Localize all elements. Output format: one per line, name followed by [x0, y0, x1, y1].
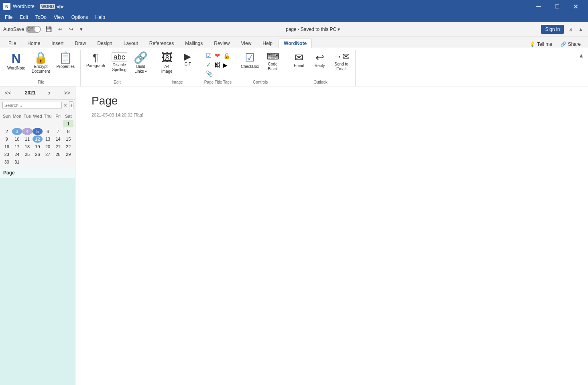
- cal-day-16[interactable]: 16: [2, 143, 12, 150]
- focus-view-button[interactable]: ⊡: [566, 25, 574, 33]
- image-tag[interactable]: 🖼: [214, 61, 221, 69]
- cal-day-19[interactable]: 19: [33, 143, 43, 150]
- lock-tag[interactable]: 🔒: [222, 52, 231, 59]
- cal-day-21[interactable]: 21: [53, 143, 63, 150]
- share-button[interactable]: 🔗 Share: [558, 41, 583, 48]
- menu-todo[interactable]: ToDo: [32, 14, 50, 21]
- tell-me-button[interactable]: 💡 Tell me: [527, 41, 555, 48]
- cal-day-25[interactable]: 25: [22, 151, 33, 158]
- minimize-button[interactable]: ─: [529, 0, 548, 13]
- cal-day-17[interactable]: 17: [12, 143, 22, 150]
- undo-button[interactable]: ↩: [56, 25, 65, 33]
- checkbox-tag[interactable]: ☑: [205, 51, 212, 60]
- video-tag[interactable]: ▶: [222, 61, 228, 69]
- menu-help[interactable]: Help: [92, 14, 108, 21]
- email-button[interactable]: ✉ Email: [289, 51, 309, 69]
- worднote-button[interactable]: N WordNote: [5, 51, 28, 72]
- menubar: File Edit ToDo View Options Help: [0, 13, 588, 22]
- tab-design[interactable]: Design: [92, 39, 117, 48]
- paragraph-button[interactable]: ¶ Paragraph: [84, 51, 108, 69]
- cal-day-11[interactable]: 11: [22, 135, 33, 143]
- tab-layout[interactable]: Layout: [118, 39, 143, 48]
- tab-mailings[interactable]: Mailings: [180, 39, 208, 48]
- dow-fri: Fri: [53, 113, 63, 119]
- send-to-email-button[interactable]: →✉ Send toEmail: [331, 51, 352, 72]
- close-button[interactable]: ✕: [566, 0, 585, 13]
- tab-help[interactable]: Help: [257, 39, 278, 48]
- checkbox-button[interactable]: ☑ CheckBox: [238, 51, 262, 70]
- redo-button[interactable]: ↪: [67, 25, 75, 33]
- add-note-button[interactable]: +: [69, 101, 73, 109]
- tab-draw[interactable]: Draw: [69, 39, 91, 48]
- cal-day-26[interactable]: 26: [33, 151, 43, 158]
- cal-day-24[interactable]: 24: [12, 151, 22, 158]
- ribbon-group-outlook-label: Outlook: [313, 79, 327, 86]
- a4-image-button[interactable]: 🖼 A4Image: [157, 51, 177, 75]
- cal-day-27[interactable]: 27: [43, 151, 53, 158]
- attach-tag[interactable]: 📎: [205, 70, 214, 77]
- tab-insert[interactable]: Insert: [46, 39, 69, 48]
- calendar-month: 5: [47, 90, 50, 96]
- cal-day-3[interactable]: 3: [12, 128, 22, 135]
- cal-day-14[interactable]: 14: [53, 135, 63, 143]
- cal-day-8[interactable]: 8: [63, 128, 73, 135]
- cal-day-22[interactable]: 22: [63, 143, 73, 150]
- document-area[interactable]: Page 2021-05-03 14:20:02 [Tag]: [75, 86, 588, 385]
- cal-day-10[interactable]: 10: [12, 135, 22, 143]
- cal-day-2[interactable]: 2: [2, 128, 12, 135]
- cal-day-29[interactable]: 29: [63, 151, 73, 158]
- maximize-button[interactable]: □: [548, 0, 566, 13]
- cal-day-6[interactable]: 6: [43, 128, 53, 135]
- cal-day-1[interactable]: 1: [63, 120, 73, 127]
- menu-options[interactable]: Options: [68, 14, 91, 21]
- cal-day-20[interactable]: 20: [43, 143, 53, 150]
- build-links-button[interactable]: 🔗 BuildLinks ▾: [131, 51, 151, 75]
- sign-in-button[interactable]: Sign in: [541, 25, 564, 34]
- ribbon-group-controls-content: ☑ CheckBox ⌨ CodeBlock: [238, 50, 283, 79]
- cal-day-7[interactable]: 7: [53, 128, 63, 135]
- code-block-button[interactable]: ⌨ CodeBlock: [263, 51, 283, 72]
- word-badge: WORD: [40, 4, 55, 9]
- cal-day-31[interactable]: 31: [12, 158, 22, 166]
- cal-day-30[interactable]: 30: [2, 158, 12, 166]
- search-clear-button[interactable]: ✕: [63, 102, 67, 108]
- cal-day-13[interactable]: 13: [43, 135, 53, 143]
- cal-day-9[interactable]: 9: [2, 135, 12, 143]
- menu-view[interactable]: View: [51, 14, 67, 21]
- gif-button[interactable]: ▶ GIF: [178, 51, 197, 68]
- ribbon-collapse-button[interactable]: ▲: [577, 26, 585, 33]
- next-month-button[interactable]: >>: [62, 89, 72, 97]
- ribbon-collapse-arrow[interactable]: ▲: [576, 51, 586, 59]
- disable-spelling-button[interactable]: abc DisableSpelling: [109, 51, 130, 73]
- search-input[interactable]: [2, 102, 62, 109]
- encrypt-document-button[interactable]: 🔒 EncryptDocument: [29, 51, 53, 75]
- tab-view[interactable]: View: [236, 39, 257, 48]
- cal-day-23[interactable]: 23: [2, 151, 12, 158]
- tab-references[interactable]: References: [144, 39, 179, 48]
- tab-review[interactable]: Review: [209, 39, 235, 48]
- tab-worднote[interactable]: WordNote: [279, 39, 312, 48]
- ribbon-group-edit-label: Edit: [114, 79, 120, 86]
- cal-day-4[interactable]: 4: [22, 128, 33, 135]
- properties-button[interactable]: 📋 Properties: [54, 51, 77, 70]
- page-list-item[interactable]: Page: [0, 168, 75, 178]
- nav-forward[interactable]: ▶: [61, 4, 64, 9]
- tab-file[interactable]: File: [3, 39, 21, 48]
- cal-day-5-today[interactable]: 5: [33, 128, 43, 135]
- cal-day-12[interactable]: 12: [33, 135, 43, 143]
- autosave-toggle[interactable]: Off: [26, 26, 41, 33]
- heart-tag[interactable]: ❤: [214, 51, 221, 60]
- check-green-tag[interactable]: ✓: [205, 61, 212, 69]
- reply-button[interactable]: ↩ Reply: [310, 51, 330, 69]
- ribbon-group-edit-content: ¶ Paragraph abc DisableSpelling 🔗 BuildL…: [84, 50, 151, 79]
- customize-qat-button[interactable]: ▾: [78, 25, 85, 33]
- tab-home[interactable]: Home: [22, 39, 45, 48]
- cal-day-15[interactable]: 15: [63, 135, 73, 143]
- menu-edit[interactable]: Edit: [16, 14, 31, 21]
- cal-day-28[interactable]: 28: [53, 151, 63, 158]
- cal-day-18[interactable]: 18: [22, 143, 33, 150]
- menu-file[interactable]: File: [2, 14, 16, 21]
- nav-back[interactable]: ◀: [56, 4, 59, 9]
- save-button[interactable]: 💾: [43, 25, 54, 33]
- prev-month-button[interactable]: <<: [3, 89, 13, 97]
